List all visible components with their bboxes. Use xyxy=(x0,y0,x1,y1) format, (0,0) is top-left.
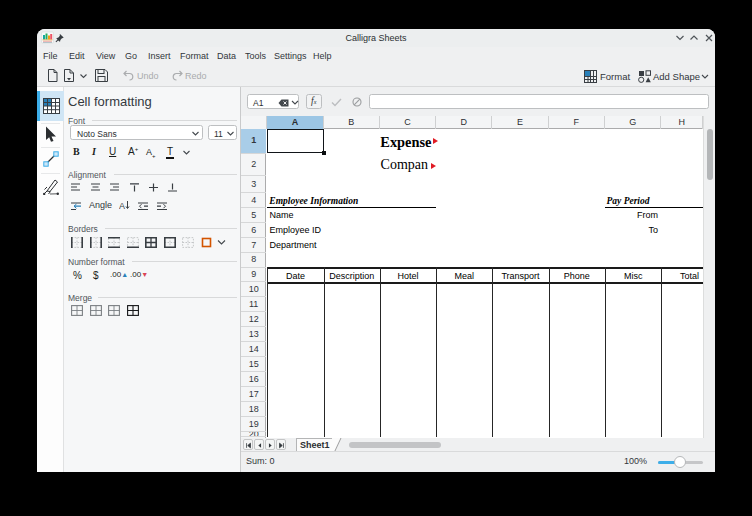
svg-text:A: A xyxy=(119,201,125,211)
